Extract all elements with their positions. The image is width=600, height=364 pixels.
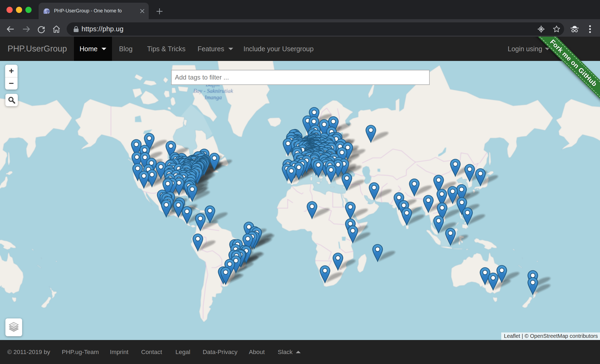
svg-text:Bay - Saknirutiak: Bay - Saknirutiak xyxy=(194,88,233,94)
svg-text:Imanga: Imanga xyxy=(204,94,222,101)
svg-text:ug: ug xyxy=(46,9,49,12)
